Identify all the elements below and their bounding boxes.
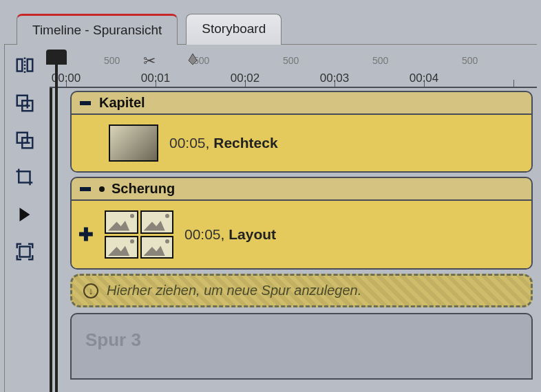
tick-label: 00:00 — [52, 72, 81, 85]
collapse-icon[interactable] — [78, 99, 92, 107]
track-group-kapitel: Kapitel 00:05, Rechteck — [70, 91, 533, 173]
collapse-icon[interactable] — [78, 185, 92, 193]
clip-label: 00:05, Rechteck — [169, 135, 278, 151]
group-dot-icon — [99, 186, 105, 192]
svg-rect-11 — [20, 247, 30, 257]
tool-play[interactable] — [12, 202, 37, 227]
track-label: Spur 3 — [85, 329, 518, 351]
marker-icon[interactable] — [187, 54, 198, 65]
left-toolbar — [8, 54, 41, 264]
new-track-dropzone[interactable]: ↓ Hierher ziehen, um neue Spur anzulegen… — [70, 274, 533, 307]
tick-sub: 500 — [372, 55, 388, 66]
tool-fullscreen[interactable] — [12, 239, 37, 264]
tool-split[interactable] — [12, 54, 37, 78]
clip-thumbnail — [109, 124, 158, 162]
clip-rechteck[interactable]: 00:05, Rechteck — [72, 115, 531, 171]
scissors-icon[interactable]: ✂ — [143, 52, 156, 70]
tick-label: 00:04 — [410, 72, 439, 85]
tick-label: 00:02 — [231, 72, 260, 85]
tick-sub: 500 — [283, 55, 299, 66]
clip-layout[interactable]: ✚ 00:05, Layout — [72, 201, 531, 268]
track-group-scherung: Scherung ✚ 00:05, Layout — [70, 177, 533, 270]
svg-rect-1 — [28, 59, 33, 72]
svg-rect-0 — [17, 59, 23, 72]
clip-label: 00:05, Layout — [184, 226, 276, 243]
timeline-main: 00:00500 00:01500 00:02500 00:03500 00:0… — [50, 50, 537, 392]
tick-sub: 500 — [462, 55, 478, 66]
tool-duplicate-add[interactable] — [12, 91, 37, 116]
group-header[interactable]: Kapitel — [70, 91, 533, 115]
tick-sub: 500 — [104, 55, 120, 66]
arrow-down-icon: ↓ — [83, 283, 98, 298]
group-title: Kapitel — [99, 95, 145, 111]
tool-crop[interactable] — [12, 165, 37, 190]
add-icon[interactable]: ✚ — [78, 227, 94, 242]
group-header[interactable]: Scherung — [70, 177, 533, 201]
tool-duplicate-remove[interactable] — [12, 128, 37, 153]
clip-thumbnail — [105, 210, 173, 259]
group-title: Scherung — [112, 181, 175, 197]
tick-label: 00:01 — [141, 72, 171, 85]
tab-timeline[interactable]: Timeline - Spuransicht — [17, 14, 178, 45]
svg-marker-10 — [20, 208, 30, 221]
tick-label: 00:03 — [320, 72, 350, 85]
track-spur-3[interactable]: Spur 3 — [70, 313, 533, 380]
ruler-ticks: 00:00500 00:01500 00:02500 00:03500 00:0… — [66, 50, 537, 87]
time-ruler[interactable]: 00:00500 00:01500 00:02500 00:03500 00:0… — [50, 50, 537, 88]
tab-storyboard[interactable]: Storyboard — [186, 14, 282, 45]
tracks-area: Kapitel 00:05, Rechteck Scherung — [50, 88, 537, 392]
dropzone-text: Hierher ziehen, um neue Spur anzulegen. — [107, 283, 361, 298]
